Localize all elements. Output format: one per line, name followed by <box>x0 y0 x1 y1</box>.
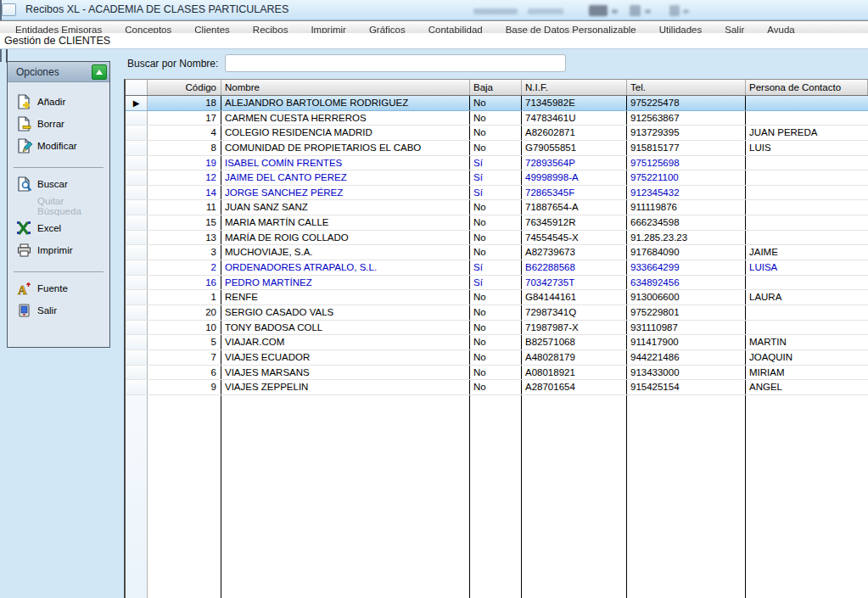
row-selector-cell[interactable] <box>126 366 148 380</box>
panel-up-button[interactable] <box>92 64 107 80</box>
table-row[interactable]: 5VIAJAR.COMNoB82571068911417900MARTIN <box>126 335 868 350</box>
cell-tel[interactable]: 975125698 <box>627 156 746 170</box>
cell-contacto[interactable] <box>746 231 868 245</box>
cell-codigo[interactable]: 5 <box>148 335 221 349</box>
cell-nif[interactable]: 71987987-X <box>522 321 627 335</box>
menu-item-salir[interactable]: Salir <box>725 21 744 33</box>
cell-codigo[interactable]: 8 <box>148 141 221 155</box>
cell-nombre[interactable]: VIAJES ECUADOR <box>221 350 470 365</box>
cell-nombre[interactable]: MARIA MARTÍN CALLE <box>221 215 470 230</box>
table-row[interactable]: 6VIAJES MARSANSNoA08018921913433000MIRIA… <box>126 366 868 381</box>
cell-baja[interactable]: Sí <box>470 276 522 290</box>
cell-tel[interactable]: 917684090 <box>627 245 746 260</box>
cell-baja[interactable]: No <box>470 111 522 126</box>
cell-tel[interactable]: 634892456 <box>627 276 746 290</box>
sidebar-item-anadir[interactable]: Añadir <box>8 91 109 113</box>
column-header-tel[interactable]: Tel. <box>627 80 746 95</box>
cell-codigo[interactable]: 14 <box>148 186 221 200</box>
cell-tel[interactable]: 931110987 <box>627 321 746 335</box>
cell-contacto[interactable]: LAURA <box>746 290 868 305</box>
cell-nif[interactable]: 72893564P <box>522 156 627 170</box>
cell-codigo[interactable]: 1 <box>148 290 221 305</box>
cell-nif[interactable]: B62288568 <box>522 260 627 275</box>
cell-contacto[interactable] <box>746 111 868 126</box>
menu-item-utilidades[interactable]: Utilidades <box>659 21 703 33</box>
cell-nombre[interactable]: COLEGIO RESIDENCIA MADRID <box>221 126 470 140</box>
menu-item-graficos[interactable]: Gráficos <box>369 21 406 33</box>
cell-baja[interactable]: No <box>470 366 522 380</box>
cell-nif[interactable]: 74554545-X <box>522 231 627 245</box>
column-header-n-i-f[interactable]: N.I.F. <box>522 80 627 95</box>
cell-nombre[interactable]: SERGIO CASADO VALS <box>221 305 470 320</box>
row-selector-cell[interactable] <box>126 231 148 245</box>
cell-codigo[interactable]: 7 <box>148 350 221 365</box>
row-selector-cell[interactable] <box>126 170 148 185</box>
row-selector-cell[interactable] <box>126 335 148 349</box>
cell-nif[interactable]: A82739673 <box>522 245 627 260</box>
table-row[interactable]: ▶18ALEJANDRO BARTOLOME RODRIGUEZNo713459… <box>126 96 868 111</box>
cell-contacto[interactable] <box>746 321 868 335</box>
menu-item-conceptos[interactable]: Conceptos <box>125 21 171 33</box>
cell-tel[interactable]: 975225478 <box>627 96 746 110</box>
cell-baja[interactable]: Sí <box>470 156 522 170</box>
sidebar-item-imprimir[interactable]: Imprimir <box>8 239 109 261</box>
row-selector-cell[interactable] <box>126 380 148 394</box>
sidebar-item-modificar[interactable]: Modificar <box>8 135 109 157</box>
row-selector-cell[interactable] <box>126 290 148 305</box>
row-selector-cell[interactable] <box>126 245 148 260</box>
cell-nombre[interactable]: PEDRO MARTÍNEZ <box>221 276 470 290</box>
row-selector-cell[interactable] <box>126 305 148 320</box>
row-selector-cell[interactable] <box>126 350 148 365</box>
cell-nombre[interactable]: ALEJANDRO BARTOLOME RODRIGUEZ <box>221 96 470 110</box>
cell-tel[interactable]: 911417900 <box>627 335 746 349</box>
cell-baja[interactable]: Sí <box>470 260 522 275</box>
sidebar-item-salir[interactable]: Salir <box>8 299 109 321</box>
cell-baja[interactable]: No <box>470 200 522 215</box>
cell-tel[interactable]: 915815177 <box>627 141 746 155</box>
table-row[interactable]: 12JAIME DEL CANTO PEREZSí49998998-A97522… <box>126 170 868 186</box>
cell-codigo[interactable]: 2 <box>148 260 221 275</box>
cell-baja[interactable]: No <box>470 245 522 260</box>
cell-tel[interactable]: 944221486 <box>627 350 746 365</box>
cell-codigo[interactable]: 11 <box>148 200 221 215</box>
cell-nombre[interactable]: JUAN SANZ SANZ <box>221 200 470 215</box>
table-row[interactable]: 2ORDENADORES ATRAPALO, S.L.SíB6228856893… <box>126 260 868 276</box>
row-selector-cell[interactable] <box>126 200 148 215</box>
cell-nif[interactable]: 76345912R <box>522 215 627 230</box>
search-input[interactable] <box>225 54 566 72</box>
cell-baja[interactable]: No <box>470 290 522 305</box>
column-header-codigo[interactable]: Código <box>148 80 221 95</box>
sidebar-item-borrar[interactable]: Borrar <box>8 113 109 135</box>
cell-contacto[interactable] <box>746 215 868 230</box>
cell-nombre[interactable]: MUCHOVIAJE, S.A. <box>221 245 470 260</box>
menu-item-entidades-emisoras[interactable]: Entidades Emisoras <box>15 21 102 33</box>
cell-codigo[interactable]: 18 <box>148 96 221 110</box>
table-row[interactable]: 14JORGE SANCHEZ PÉREZSí72865345F91234543… <box>126 186 868 201</box>
cell-nif[interactable]: A48028179 <box>522 350 627 365</box>
cell-baja[interactable]: No <box>470 350 522 365</box>
row-selector-cell[interactable] <box>126 111 148 126</box>
cell-baja[interactable]: No <box>470 321 522 335</box>
cell-tel[interactable]: 975221100 <box>627 170 746 185</box>
row-selector-cell[interactable] <box>126 141 148 155</box>
cell-codigo[interactable]: 19 <box>148 156 221 170</box>
cell-tel[interactable]: 975229801 <box>627 305 746 320</box>
cell-contacto[interactable] <box>746 186 868 200</box>
cell-baja[interactable]: No <box>470 231 522 245</box>
cell-nombre[interactable]: RENFE <box>221 290 470 305</box>
menu-item-ayuda[interactable]: Ayuda <box>767 21 794 33</box>
row-selector-cell[interactable] <box>126 276 148 290</box>
cell-codigo[interactable]: 3 <box>148 245 221 260</box>
column-header-nombre[interactable]: Nombre <box>221 80 470 95</box>
cell-nombre[interactable]: JORGE SANCHEZ PÉREZ <box>221 186 470 200</box>
cell-nif[interactable]: 71887654-A <box>522 200 627 215</box>
cell-codigo[interactable]: 6 <box>148 366 221 380</box>
cell-nombre[interactable]: MARÍA DE ROIG COLLADO <box>221 231 470 245</box>
cell-baja[interactable]: No <box>470 126 522 140</box>
cell-nombre[interactable]: VIAJAR.COM <box>221 335 470 349</box>
row-selector-cell[interactable] <box>126 215 148 230</box>
cell-codigo[interactable]: 20 <box>148 305 221 320</box>
menu-item-contabilidad[interactable]: Contabilidad <box>428 21 483 33</box>
cell-nombre[interactable]: COMUNIDAD DE PROPIETARIOS EL CABO <box>221 141 470 155</box>
cell-codigo[interactable]: 15 <box>148 215 221 230</box>
